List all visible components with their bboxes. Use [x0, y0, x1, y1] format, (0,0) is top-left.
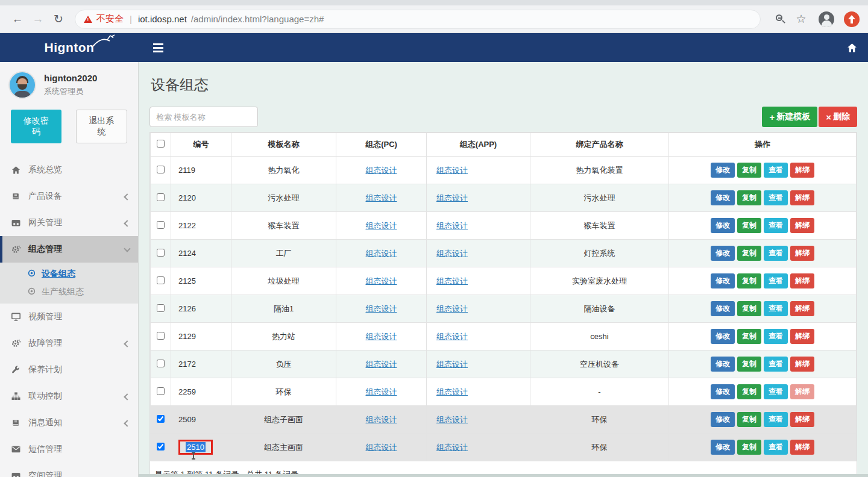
view-button[interactable]: 查看 [764, 273, 788, 288]
sidebar-toggle-icon[interactable] [149, 40, 167, 56]
zoom-out-icon[interactable] [772, 10, 790, 28]
copy-button[interactable]: 复制 [737, 384, 761, 399]
sidebar-item-production-line-config[interactable]: 生产线组态 [0, 283, 138, 301]
sidebar-item-maintenance-plan[interactable]: 保养计划 [0, 357, 138, 383]
view-button[interactable]: 查看 [764, 357, 788, 372]
view-button[interactable]: 查看 [764, 163, 788, 178]
browser-profile-icon[interactable] [819, 11, 834, 27]
sidebar-item-fault-mgmt[interactable]: 故障管理 [0, 330, 138, 357]
row-checkbox[interactable] [157, 415, 165, 423]
select-all-checkbox[interactable] [157, 140, 165, 148]
sidebar-item-gateway-mgmt[interactable]: 网关管理 [0, 210, 138, 236]
forward-icon[interactable]: → [29, 10, 47, 28]
sidebar-item-system-overview[interactable]: 系统总览 [0, 157, 138, 183]
edit-button[interactable]: 修改 [711, 246, 735, 261]
row-id-cell[interactable]: 2124 [171, 240, 231, 267]
app-design-link[interactable]: 组态设计 [436, 304, 468, 313]
unbind-button[interactable]: 解绑 [790, 301, 814, 316]
unbind-button[interactable]: 解绑 [790, 273, 814, 288]
app-design-link[interactable]: 组态设计 [436, 360, 468, 369]
pc-design-link[interactable]: 组态设计 [366, 276, 397, 285]
sidebar-item-message-notify[interactable]: 消息通知 [0, 410, 138, 436]
row-checkbox[interactable] [157, 360, 165, 367]
view-button[interactable]: 查看 [764, 412, 788, 427]
row-id-cell[interactable]: 2126 [171, 295, 231, 323]
edit-button[interactable]: 修改 [711, 190, 735, 205]
sidebar-item-product-device[interactable]: 产品设备 [0, 183, 138, 210]
pc-design-link[interactable]: 组态设计 [366, 443, 397, 452]
view-button[interactable]: 查看 [764, 301, 788, 316]
unbind-button[interactable]: 解绑 [790, 190, 814, 205]
edit-button[interactable]: 修改 [711, 357, 735, 372]
row-id-cell[interactable]: 2120 [171, 184, 231, 212]
app-design-link[interactable]: 组态设计 [436, 166, 468, 175]
app-design-link[interactable]: 组态设计 [436, 221, 468, 230]
sidebar-item-sms-mgmt[interactable]: 短信管理 [0, 436, 138, 463]
sidebar-item-linkage-control[interactable]: 联动控制 [0, 383, 138, 410]
pc-design-link[interactable]: 组态设计 [366, 415, 397, 424]
pc-design-link[interactable]: 组态设计 [366, 221, 397, 230]
refresh-icon[interactable]: ↻ [49, 10, 68, 28]
app-design-link[interactable]: 组态设计 [436, 387, 468, 396]
pc-design-link[interactable]: 组态设计 [366, 304, 397, 313]
row-id-cell[interactable]: 2125 [171, 267, 231, 295]
row-checkbox[interactable] [157, 249, 165, 257]
pc-design-link[interactable]: 组态设计 [366, 249, 397, 258]
copy-button[interactable]: 复制 [737, 301, 761, 316]
copy-button[interactable]: 复制 [737, 218, 761, 233]
row-checkbox[interactable] [157, 304, 165, 312]
row-id-cell[interactable]: 2119 [171, 157, 231, 184]
view-button[interactable]: 查看 [764, 246, 788, 261]
pc-design-link[interactable]: 组态设计 [366, 360, 397, 369]
edit-button[interactable]: 修改 [711, 412, 735, 427]
app-design-link[interactable]: 组态设计 [436, 332, 468, 341]
app-design-link[interactable]: 组态设计 [436, 249, 468, 258]
row-id-cell[interactable]: 2122 [171, 212, 231, 240]
unbind-button[interactable]: 解绑 [790, 440, 814, 455]
back-icon[interactable]: ← [8, 10, 27, 28]
row-checkbox[interactable] [157, 221, 165, 229]
copy-button[interactable]: 复制 [737, 163, 761, 178]
copy-button[interactable]: 复制 [737, 412, 761, 427]
row-id-selected-text[interactable]: 2510 [186, 442, 206, 452]
sidebar-item-device-config[interactable]: 设备组态 [0, 265, 138, 283]
view-button[interactable]: 查看 [764, 384, 788, 399]
app-design-link[interactable]: 组态设计 [436, 193, 468, 202]
row-id-cell[interactable]: 2172 [171, 351, 231, 378]
copy-button[interactable]: 复制 [737, 357, 761, 372]
row-checkbox[interactable] [157, 166, 165, 173]
row-checkbox[interactable] [157, 387, 165, 395]
search-input[interactable] [149, 107, 258, 127]
edit-button[interactable]: 修改 [711, 163, 735, 178]
app-design-link[interactable]: 组态设计 [436, 415, 468, 424]
unbind-button[interactable]: 解绑 [790, 329, 814, 344]
edit-button[interactable]: 修改 [711, 273, 735, 288]
logout-button[interactable]: 退出系统 [76, 110, 128, 143]
pc-design-link[interactable]: 组态设计 [366, 193, 397, 202]
row-id-cell[interactable]: 2259 [171, 378, 231, 406]
edit-button[interactable]: 修改 [711, 329, 735, 344]
copy-button[interactable]: 复制 [737, 190, 761, 205]
row-id-cell[interactable]: 2509 [171, 406, 231, 434]
copy-button[interactable]: 复制 [737, 273, 761, 288]
unbind-button[interactable]: 解绑 [790, 412, 814, 427]
row-checkbox[interactable] [157, 443, 165, 450]
sidebar-item-space-mgmt[interactable]: 空间管理 [0, 463, 138, 477]
sidebar-item-video-mgmt[interactable]: 视频管理 [0, 304, 138, 330]
delete-button[interactable]: × 删除 [819, 107, 857, 127]
create-template-button[interactable]: + 新建模板 [762, 107, 817, 127]
address-bar[interactable]: 不安全 | iot.idosp.net/admin/index.html?lan… [75, 10, 761, 29]
pc-design-link[interactable]: 组态设计 [366, 387, 397, 396]
copy-button[interactable]: 复制 [737, 246, 761, 261]
app-design-link[interactable]: 组态设计 [436, 443, 468, 452]
unbind-button[interactable]: 解绑 [790, 246, 814, 261]
edit-button[interactable]: 修改 [711, 384, 735, 399]
copy-button[interactable]: 复制 [737, 440, 761, 455]
browser-update-icon[interactable] [844, 11, 860, 27]
app-design-link[interactable]: 组态设计 [436, 276, 468, 285]
view-button[interactable]: 查看 [764, 218, 788, 233]
edit-button[interactable]: 修改 [711, 440, 735, 455]
unbind-button[interactable]: 解绑 [790, 357, 814, 372]
sidebar-item-config-mgmt[interactable]: 组态管理 [0, 236, 138, 263]
row-checkbox[interactable] [157, 276, 165, 284]
